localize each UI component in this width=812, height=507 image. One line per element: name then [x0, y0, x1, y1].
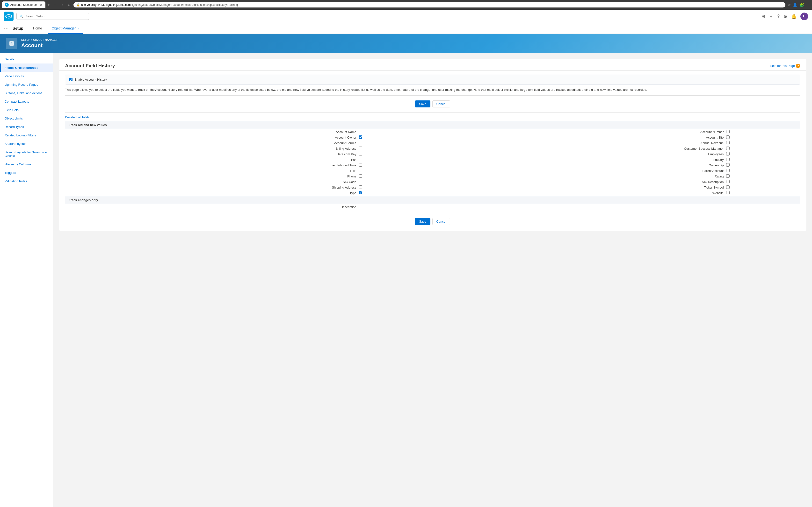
profile-icon[interactable]: 👤 [793, 3, 798, 7]
sidebar-item-buttons-links-actions[interactable]: Buttons, Links, and Actions [0, 89, 53, 97]
field-checkbox[interactable] [359, 158, 362, 161]
field-checkbox[interactable] [359, 185, 362, 189]
menu-icon[interactable]: ⋮ [806, 3, 810, 7]
field-checkbox[interactable] [726, 158, 729, 161]
sf-logo[interactable]: SF [4, 12, 13, 21]
field-label: SIC Description [433, 180, 726, 184]
page-header: A SETUP > OBJECT MANAGER Account [0, 34, 812, 53]
table-row: Account Owner Account Site [65, 135, 800, 140]
field-checkbox[interactable] [359, 130, 362, 133]
field-checkbox[interactable] [359, 174, 362, 178]
save-button-bottom[interactable]: Save [415, 218, 430, 225]
cancel-button-top[interactable]: Cancel [433, 101, 450, 107]
sidebar-item-related-lookup-filters[interactable]: Related Lookup Filters [0, 131, 53, 139]
field-checkbox[interactable] [726, 147, 729, 150]
field-checkbox[interactable] [359, 191, 362, 194]
sidebar-item-hierarchy-columns[interactable]: Hierarchy Columns [0, 160, 53, 169]
divider-top [65, 95, 800, 96]
bookmark-icon[interactable]: ☆ [788, 3, 791, 7]
divider-mid [65, 112, 800, 113]
field-checkbox[interactable] [359, 141, 362, 145]
salesforce-tab-icon [5, 3, 9, 7]
sidebar-item-validation-rules[interactable]: Validation Rules [0, 177, 53, 185]
field-checkbox[interactable] [726, 163, 729, 167]
card-header: Account Field History Help for this Page… [59, 59, 806, 71]
search-input[interactable] [26, 14, 86, 18]
sidebar-item-compact-layouts[interactable]: Compact Layouts [0, 97, 53, 106]
help-icon[interactable]: ? [777, 14, 779, 19]
field-label: Type [66, 191, 358, 195]
add-icon[interactable]: ＋ [769, 13, 773, 19]
breadcrumb-object-manager[interactable]: OBJECT MANAGER [33, 38, 58, 41]
enable-history-checkbox[interactable] [69, 78, 72, 81]
notifications-icon[interactable]: 🔔 [791, 14, 797, 19]
field-checkbox[interactable] [726, 152, 729, 156]
field-checkbox[interactable] [726, 174, 729, 178]
new-tab-button[interactable]: + [47, 2, 50, 7]
field-label: Website [433, 191, 726, 195]
help-circle-icon: ? [796, 64, 800, 68]
field-checkbox[interactable] [726, 191, 729, 194]
sidebar-item-search-layouts-classic[interactable]: Search Layouts for Salesforce Classic [0, 148, 53, 160]
sidebar-item-lightning-record-pages[interactable]: Lightning Record Pages [0, 80, 53, 89]
field-label: Rating [433, 174, 726, 178]
field-checkbox[interactable] [359, 163, 362, 167]
grid-icon[interactable]: ⊞ [761, 14, 765, 19]
save-button-top[interactable]: Save [415, 101, 430, 107]
cancel-button-bottom[interactable]: Cancel [433, 218, 450, 225]
back-button[interactable]: ← [52, 2, 58, 8]
enable-history-label[interactable]: Enable Account History [74, 78, 107, 81]
field-checkbox[interactable] [726, 180, 729, 183]
field-checkbox[interactable] [359, 152, 362, 156]
sidebar-item-fields-relationships[interactable]: Fields & Relationships [0, 63, 53, 72]
page-title: Account [21, 42, 58, 49]
browser-tab[interactable]: Account | Salesforce ✕ [2, 1, 45, 8]
sidebar-item-details[interactable]: Details [0, 55, 53, 63]
field-checkbox[interactable] [726, 185, 729, 189]
field-label: Data.com Key [66, 152, 358, 156]
forward-button[interactable]: → [59, 2, 65, 8]
address-bar[interactable]: 🔒 site-velocity-84332.lightning.force.co… [73, 2, 785, 7]
field-checkbox[interactable] [726, 130, 729, 133]
search-bar[interactable]: 🔍 [16, 13, 89, 20]
field-label: Customer Success Manager [433, 147, 726, 151]
breadcrumb-setup[interactable]: SETUP [21, 38, 30, 41]
field-label: Ticker Symbol [433, 185, 726, 189]
sidebar-item-object-limits[interactable]: Object Limits [0, 114, 53, 123]
field-checkbox[interactable] [359, 147, 362, 150]
field-checkbox[interactable] [359, 135, 362, 139]
field-label: Billing Address [66, 147, 358, 151]
field-checkbox[interactable] [726, 141, 729, 145]
settings-icon[interactable]: ⚙ [783, 14, 788, 19]
field-checkbox[interactable] [359, 205, 362, 208]
field-checkbox[interactable] [726, 135, 729, 139]
field-checkbox[interactable] [359, 180, 362, 183]
app-grid-icon[interactable]: ⋯ [4, 25, 9, 32]
sidebar-item-record-types[interactable]: Record Types [0, 123, 53, 131]
search-icon: 🔍 [19, 14, 23, 18]
field-checkbox[interactable] [726, 169, 729, 172]
extensions-icon[interactable]: 🧩 [800, 3, 804, 7]
sidebar-item-search-layouts[interactable]: Search Layouts [0, 139, 53, 148]
help-link[interactable]: Help for this Page ? [770, 64, 800, 68]
table-row: Billing Address Customer Success Manager [65, 146, 800, 151]
divider-bottom [65, 213, 800, 213]
tab-title: Account | Salesforce [10, 3, 37, 6]
btn-row-top: Save Cancel [65, 99, 800, 109]
navbar-item-home[interactable]: Home [29, 23, 46, 34]
avatar[interactable]: U [800, 12, 808, 20]
deselect-all-link[interactable]: Deselect all fields [65, 115, 89, 119]
field-checkbox[interactable] [359, 169, 362, 172]
tab-close-icon[interactable]: ✕ [40, 3, 43, 7]
sidebar-item-triggers[interactable]: Triggers [0, 169, 53, 177]
main-layout: Details Fields & Relationships Page Layo… [0, 53, 812, 507]
svg-text:SF: SF [7, 15, 10, 17]
field-label: Parent Account [433, 169, 726, 173]
sidebar: Details Fields & Relationships Page Layo… [0, 53, 53, 507]
navbar-item-object-manager[interactable]: Object Manager ▾ [48, 23, 83, 34]
sidebar-item-field-sets[interactable]: Field Sets [0, 106, 53, 114]
sidebar-item-page-layouts[interactable]: Page Layouts [0, 72, 53, 80]
field-label: Phone [66, 174, 358, 178]
reload-button[interactable]: ↻ [66, 2, 71, 8]
header-actions: ⊞ ＋ ? ⚙ 🔔 U [761, 12, 808, 20]
